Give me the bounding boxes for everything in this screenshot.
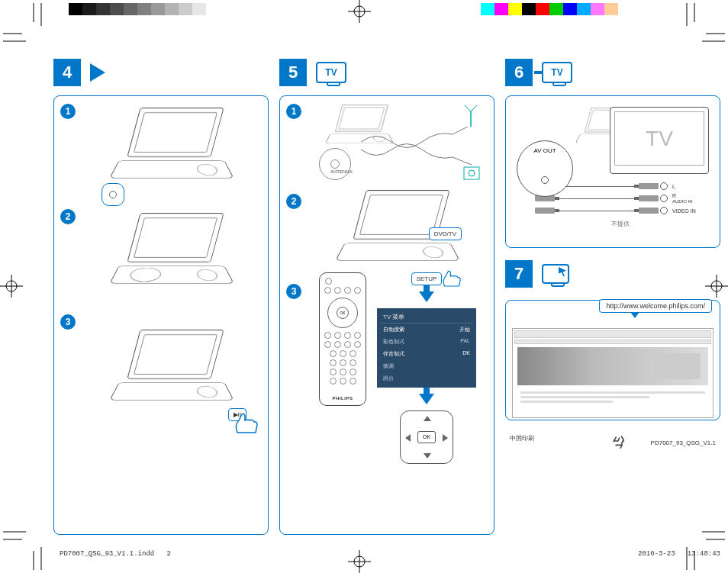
print-location: 中国印刷 bbox=[510, 434, 534, 443]
step-7-panel: http://www.welcome.philips.com/ bbox=[505, 300, 720, 420]
antenna-connection-illustration: ANTENNA bbox=[308, 104, 488, 188]
step-6-panel: AV OUT TV L RAUDIO IN bbox=[505, 95, 720, 248]
not-supplied-note: 不提供 bbox=[535, 220, 706, 228]
step-4-column: 4 1 2 bbox=[53, 57, 269, 535]
crop-mark-icon bbox=[3, 3, 49, 49]
website-url: http://www.welcome.philips.com/ bbox=[599, 299, 712, 313]
substep-number: 1 bbox=[60, 104, 76, 119]
svg-rect-31 bbox=[464, 167, 479, 179]
indd-filename: PD7007_QSG_93_V1.1.indd 2 bbox=[60, 550, 171, 558]
tv-menu: TV 菜单 自动搜索开始 彩色制式PAL 伴音制式DK 微调 跳台 bbox=[377, 308, 476, 388]
dpad-ok: OK bbox=[400, 410, 453, 464]
antenna-label: ANTENNA bbox=[330, 169, 353, 174]
monitor-cursor-icon bbox=[542, 264, 569, 284]
document-id: PD7007_93_QSG_V1.1 bbox=[651, 439, 716, 446]
external-tv: TV bbox=[610, 107, 709, 174]
dvd-tv-callout: DVD/TV bbox=[429, 227, 462, 240]
page-content: 4 1 2 bbox=[53, 57, 720, 535]
remote-setup-illustration: OK PHILIPS SETUP bbox=[308, 284, 488, 452]
dvd-player-open-illustration bbox=[82, 209, 262, 308]
recycle-icon bbox=[610, 431, 630, 451]
substep-number: 1 bbox=[286, 104, 301, 119]
step-5-panel: 1 bbox=[279, 95, 494, 535]
step-4-number: 4 bbox=[53, 59, 81, 86]
av-out-port: AV OUT bbox=[517, 140, 573, 197]
registration-mark-icon bbox=[348, 0, 371, 23]
av-connection-diagram: AV OUT TV L RAUDIO IN bbox=[512, 104, 714, 240]
play-icon bbox=[90, 63, 105, 82]
step-5-number: 5 bbox=[279, 59, 307, 86]
browser-screenshot bbox=[512, 328, 714, 418]
hand-pointer-icon bbox=[231, 410, 262, 436]
tv-connect-icon: TV bbox=[542, 62, 572, 83]
registration-mark-icon bbox=[348, 550, 371, 573]
dvd-tv-switch-illustration: DVD/TV bbox=[308, 194, 488, 278]
hand-pointer-icon bbox=[439, 268, 465, 289]
tv-menu-title: TV 菜单 bbox=[380, 311, 473, 324]
dvd-player-power-illustration bbox=[82, 104, 262, 203]
step-6-number: 6 bbox=[505, 59, 533, 86]
step-6-7-column: 6 TV AV OUT TV L bbox=[505, 57, 720, 535]
antenna-icon bbox=[463, 105, 478, 127]
step-5-column: 5 TV 1 bbox=[279, 57, 494, 535]
crop-mark-icon bbox=[679, 3, 725, 49]
arrow-down-icon bbox=[419, 291, 434, 302]
arrow-down-icon bbox=[419, 394, 434, 404]
wall-socket-icon bbox=[463, 166, 480, 180]
tv-icon: TV bbox=[316, 62, 346, 83]
setup-callout: SETUP bbox=[411, 272, 443, 285]
substep-number: 2 bbox=[286, 194, 301, 209]
dvd-player-play-illustration: ▶II bbox=[82, 314, 262, 436]
svg-line-29 bbox=[465, 105, 471, 111]
substep-number: 3 bbox=[286, 284, 301, 299]
crop-mark-icon bbox=[3, 524, 49, 570]
substep-number: 3 bbox=[60, 314, 76, 330]
step-7-number: 7 bbox=[505, 260, 533, 288]
remote-control: OK PHILIPS bbox=[319, 272, 366, 406]
remote-brand: PHILIPS bbox=[333, 396, 353, 401]
substep-number: 2 bbox=[60, 209, 76, 224]
print-timestamp: 2010-3-23 13:48:43 bbox=[638, 550, 720, 558]
svg-line-30 bbox=[471, 105, 477, 111]
step-4-panel: 1 2 bbox=[53, 95, 269, 535]
registration-mark-icon bbox=[0, 275, 23, 298]
